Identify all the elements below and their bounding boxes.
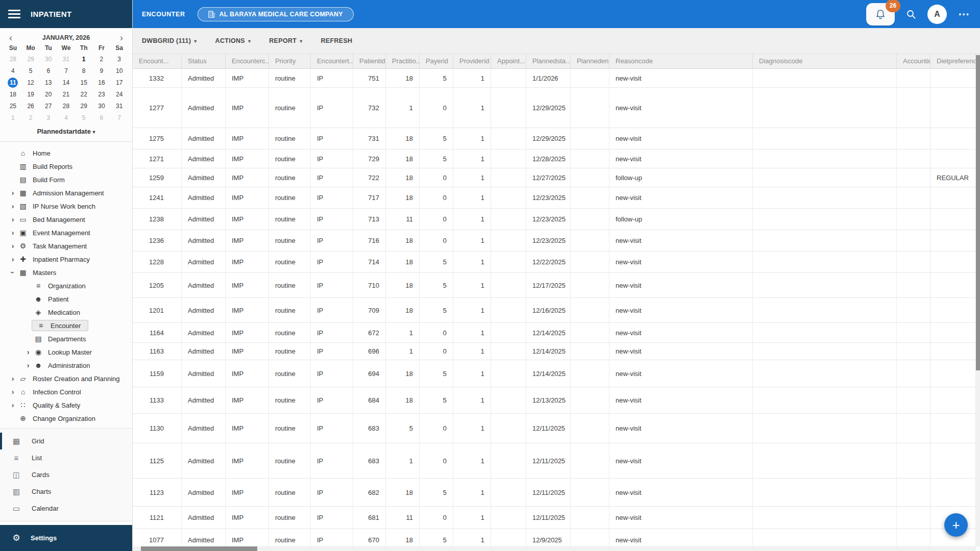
sidebar-item-departments[interactable]: ›▤Departments (0, 332, 132, 345)
table-row[interactable]: 1277AdmittedIMProutineIP73210112/29/2025… (133, 88, 976, 128)
calendar-date[interactable]: 10 (110, 66, 128, 76)
notifications-button[interactable]: 26 (866, 3, 895, 26)
calendar-date[interactable]: 5 (22, 66, 40, 76)
sidebar-item-patient[interactable]: ›☻Patient (0, 292, 132, 306)
calendar-date[interactable]: 3 (110, 54, 128, 64)
sidebar-item-masters[interactable]: ›▦Masters (0, 266, 132, 279)
sidebar-item-task-management[interactable]: ›⚙Task Management (0, 239, 132, 253)
sidebar-item-roster-creation-and-planning[interactable]: ›▱Roster Creation and Planning (0, 372, 132, 385)
table-row[interactable]: 1130AdmittedIMProutineIP68350112/11/2025… (133, 414, 976, 443)
calendar-date[interactable]: 7 (57, 66, 75, 76)
calendar-date[interactable]: 21 (57, 89, 75, 99)
calendar-date[interactable]: 28 (57, 101, 75, 111)
calendar-date[interactable]: 4 (57, 113, 75, 123)
calendar-date[interactable]: 30 (93, 101, 111, 111)
table-row[interactable]: 1201AdmittedIMProutineIP709185112/16/202… (133, 298, 976, 323)
column-header-plannedsta[interactable]: Plannedsta... (526, 54, 571, 68)
avatar[interactable]: A (927, 5, 947, 24)
view-item-charts[interactable]: ▥Charts (0, 483, 132, 500)
search-button[interactable] (906, 9, 916, 19)
calendar-date[interactable]: 2 (93, 54, 111, 64)
sidebar-item-build-form[interactable]: ›▤Build Form (0, 173, 132, 186)
table-row[interactable]: 1275AdmittedIMProutineIP731185112/29/202… (133, 128, 976, 149)
calendar-date[interactable]: 30 (39, 54, 57, 64)
sidebar-item-administration[interactable]: ›☻Administration (0, 359, 132, 372)
table-row[interactable]: 1228AdmittedIMProutineIP714185112/22/202… (133, 252, 976, 273)
calendar-date[interactable]: 9 (93, 66, 111, 76)
calendar-date[interactable]: 1 (75, 54, 93, 64)
sidebar-item-medication[interactable]: ›◈Medication (0, 306, 132, 319)
toolbar-button-refresh[interactable]: REFRESH (321, 37, 353, 44)
sidebar-item-quality-safety[interactable]: ›∷Quality & Safety (0, 398, 132, 412)
column-header-status[interactable]: Status (182, 54, 226, 68)
view-item-grid[interactable]: ▦Grid (0, 433, 132, 449)
sidebar-item-admission-management[interactable]: ›▦Admission Management (0, 186, 132, 199)
horizontal-scrollbar-thumb[interactable] (141, 546, 257, 551)
column-header-patientid[interactable]: Patientid (353, 54, 386, 68)
calendar-date[interactable]: 29 (75, 101, 93, 111)
table-row[interactable]: 1125AdmittedIMProutineIP68310112/11/2025… (133, 443, 976, 479)
calendar-date[interactable]: 22 (75, 89, 93, 99)
calendar-date[interactable]: 15 (75, 78, 93, 88)
column-header-appoint[interactable]: Appoint... (491, 54, 526, 68)
calendar-date[interactable]: 25 (4, 101, 22, 111)
sidebar-item-infection-control[interactable]: ›⌂Infection Control (0, 385, 132, 398)
column-header-encounterc[interactable]: Encounterc... (226, 54, 269, 68)
table-row[interactable]: 1259AdmittedIMProutineIP722180112/27/202… (133, 168, 976, 187)
table-row[interactable]: 1238AdmittedIMProutineIP713110112/23/202… (133, 209, 976, 230)
sidebar-item-home[interactable]: ›⌂Home (0, 146, 132, 160)
calendar-date[interactable]: 2 (22, 113, 40, 123)
column-header-diagnosiscode[interactable]: Diagnosiscode (753, 54, 897, 68)
column-header-payerid[interactable]: Payerid (420, 54, 453, 68)
calendar-date[interactable]: 6 (93, 113, 111, 123)
table-row[interactable]: 1159AdmittedIMProutineIP694185112/14/202… (133, 360, 976, 387)
sidebar-item-ip-nurse-work-bench[interactable]: ›▧IP Nurse Work bench (0, 199, 132, 213)
calendar-date[interactable]: 7 (110, 113, 128, 123)
table-row[interactable]: 1205AdmittedIMProutineIP710185112/17/202… (133, 273, 976, 298)
calendar-prev-icon[interactable]: ‹ (7, 34, 14, 41)
vertical-scrollbar-thumb[interactable] (976, 55, 980, 370)
table-row[interactable]: 1164AdmittedIMProutineIP67210112/14/2025… (133, 323, 976, 343)
table-row[interactable]: 1077AdmittedIMProutineIP670185112/9/2025… (133, 529, 976, 546)
calendar-date[interactable]: 31 (110, 101, 128, 111)
sidebar-item-encounter[interactable]: ›≡Encounter (0, 319, 132, 332)
calendar-next-icon[interactable]: › (118, 34, 125, 41)
toolbar-button-report[interactable]: REPORT▾ (269, 37, 302, 44)
more-options-icon[interactable]: ⋯ (958, 12, 970, 17)
organization-button[interactable]: AL BARAYA MEDICAL CARE COMPANY (198, 7, 354, 21)
calendar-date[interactable]: 11 (4, 78, 22, 88)
calendar-date[interactable]: 4 (4, 66, 22, 76)
table-row[interactable]: 1121AdmittedIMProutineIP681110112/11/202… (133, 507, 976, 529)
calendar-date[interactable]: 13 (39, 78, 57, 88)
table-row[interactable]: 1271AdmittedIMProutineIP729185112/28/202… (133, 149, 976, 168)
calendar-date[interactable]: 17 (110, 78, 128, 88)
sidebar-item-organization[interactable]: ›≡Organization (0, 279, 132, 292)
sidebar-item-settings[interactable]: ⚙ Settings (0, 525, 132, 551)
calendar-date[interactable]: 19 (22, 89, 40, 99)
sidebar-item-inpatient-pharmacy[interactable]: ›✚Inpatient Pharmacy (0, 253, 132, 266)
column-header-accountid[interactable]: Accountid (897, 54, 930, 68)
view-item-calendar[interactable]: ▭Calendar (0, 500, 132, 517)
calendar-date[interactable]: 6 (39, 66, 57, 76)
add-record-button[interactable]: + (944, 513, 968, 537)
sidebar-item-event-management[interactable]: ›▣Event Management (0, 226, 132, 239)
column-header-planneden[interactable]: Planneden... (571, 54, 609, 68)
calendar-date[interactable]: 1 (4, 113, 22, 123)
calendar-date[interactable]: 27 (39, 101, 57, 111)
table-row[interactable]: 1236AdmittedIMProutineIP716180112/23/202… (133, 230, 976, 252)
hamburger-menu-icon[interactable] (8, 8, 20, 20)
calendar-field-selector[interactable]: Plannedstartdate ▾ (0, 123, 132, 141)
sidebar-item-lookup-master[interactable]: ›◉Lookup Master (0, 345, 132, 359)
calendar-date[interactable]: 3 (39, 113, 57, 123)
column-header-providerid[interactable]: Providerid (453, 54, 491, 68)
calendar-date[interactable]: 20 (39, 89, 57, 99)
table-row[interactable]: 1133AdmittedIMProutineIP684185112/13/202… (133, 387, 976, 414)
table-row[interactable]: 1123AdmittedIMProutineIP682185112/11/202… (133, 479, 976, 507)
sidebar-item-change-organization[interactable]: ›⊕Change Organization (0, 412, 132, 425)
column-header-encount[interactable]: Encount... (133, 54, 182, 68)
view-item-list[interactable]: ≡List (0, 449, 132, 466)
toolbar-button-dwbgrid-111[interactable]: DWBGRID (111)▾ (142, 37, 197, 44)
calendar-date[interactable]: 23 (93, 89, 111, 99)
column-header-encountert[interactable]: Encountert... (311, 54, 353, 68)
toolbar-button-actions[interactable]: ACTIONS▾ (215, 37, 251, 44)
